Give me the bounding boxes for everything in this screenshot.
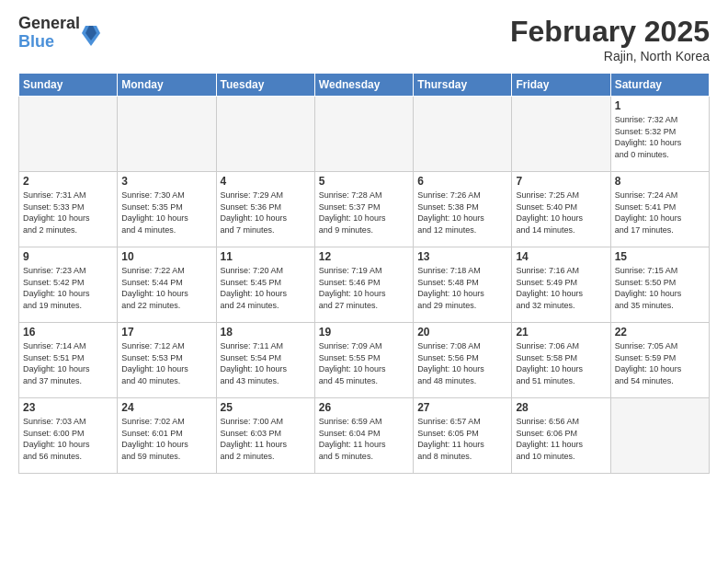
day-number: 21 [516,326,606,339]
day-info: Sunrise: 7:12 AM Sunset: 5:53 PM Dayligh… [121,340,211,386]
day-number: 18 [221,326,311,339]
day-info: Sunrise: 7:30 AM Sunset: 5:35 PM Dayligh… [121,190,211,236]
day-cell: 11Sunrise: 7:20 AM Sunset: 5:45 PM Dayli… [216,247,314,323]
day-cell [216,97,314,172]
month-title: February 2025 [510,15,710,49]
day-cell: 26Sunrise: 6:59 AM Sunset: 6:04 PM Dayli… [314,398,413,474]
day-info: Sunrise: 7:31 AM Sunset: 5:33 PM Dayligh… [23,190,113,236]
day-info: Sunrise: 7:19 AM Sunset: 5:46 PM Dayligh… [319,265,409,311]
day-cell: 1Sunrise: 7:32 AM Sunset: 5:32 PM Daylig… [610,97,709,172]
day-info: Sunrise: 7:11 AM Sunset: 5:54 PM Dayligh… [221,340,311,386]
day-cell: 25Sunrise: 7:00 AM Sunset: 6:03 PM Dayli… [216,398,314,474]
day-cell: 8Sunrise: 7:24 AM Sunset: 5:41 PM Daylig… [610,172,709,247]
header: General Blue February 2025 Rajin, North … [18,15,710,63]
day-number: 12 [319,250,409,263]
day-info: Sunrise: 7:05 AM Sunset: 5:59 PM Dayligh… [615,340,705,386]
day-info: Sunrise: 6:57 AM Sunset: 6:05 PM Dayligh… [417,416,507,462]
day-cell: 16Sunrise: 7:14 AM Sunset: 5:51 PM Dayli… [19,323,118,398]
day-cell: 28Sunrise: 6:56 AM Sunset: 6:06 PM Dayli… [512,398,610,474]
day-info: Sunrise: 7:15 AM Sunset: 5:50 PM Dayligh… [615,265,705,311]
day-info: Sunrise: 7:22 AM Sunset: 5:44 PM Dayligh… [121,265,211,311]
day-info: Sunrise: 7:08 AM Sunset: 5:56 PM Dayligh… [417,340,507,386]
week-row-0: 1Sunrise: 7:32 AM Sunset: 5:32 PM Daylig… [19,97,710,172]
day-number: 7 [516,175,606,188]
header-saturday: Saturday [610,74,709,97]
day-cell [314,97,413,172]
day-info: Sunrise: 7:23 AM Sunset: 5:42 PM Dayligh… [23,265,113,311]
day-info: Sunrise: 7:00 AM Sunset: 6:03 PM Dayligh… [221,416,311,462]
day-cell: 3Sunrise: 7:30 AM Sunset: 5:35 PM Daylig… [118,172,216,247]
calendar: Sunday Monday Tuesday Wednesday Thursday… [18,73,710,474]
week-row-4: 23Sunrise: 7:03 AM Sunset: 6:00 PM Dayli… [19,398,710,474]
day-info: Sunrise: 7:16 AM Sunset: 5:49 PM Dayligh… [516,265,606,311]
day-cell: 6Sunrise: 7:26 AM Sunset: 5:38 PM Daylig… [414,172,512,247]
day-number: 9 [23,250,113,263]
day-cell [414,97,512,172]
day-number: 27 [417,401,507,414]
day-cell: 17Sunrise: 7:12 AM Sunset: 5:53 PM Dayli… [118,323,216,398]
day-info: Sunrise: 7:26 AM Sunset: 5:38 PM Dayligh… [417,190,507,236]
day-info: Sunrise: 7:02 AM Sunset: 6:01 PM Dayligh… [121,416,211,462]
header-thursday: Thursday [414,74,512,97]
day-cell: 18Sunrise: 7:11 AM Sunset: 5:54 PM Dayli… [216,323,314,398]
day-number: 25 [221,401,311,414]
day-info: Sunrise: 7:24 AM Sunset: 5:41 PM Dayligh… [615,190,705,236]
day-cell: 2Sunrise: 7:31 AM Sunset: 5:33 PM Daylig… [19,172,118,247]
day-number: 11 [221,250,311,263]
day-cell [19,97,118,172]
day-cell: 15Sunrise: 7:15 AM Sunset: 5:50 PM Dayli… [610,247,709,323]
weekday-header-row: Sunday Monday Tuesday Wednesday Thursday… [19,74,710,97]
day-cell: 5Sunrise: 7:28 AM Sunset: 5:37 PM Daylig… [314,172,413,247]
day-cell: 19Sunrise: 7:09 AM Sunset: 5:55 PM Dayli… [314,323,413,398]
day-cell: 22Sunrise: 7:05 AM Sunset: 5:59 PM Dayli… [610,323,709,398]
day-info: Sunrise: 7:14 AM Sunset: 5:51 PM Dayligh… [23,340,113,386]
day-number: 15 [615,250,705,263]
day-info: Sunrise: 7:29 AM Sunset: 5:36 PM Dayligh… [221,190,311,236]
day-number: 13 [417,250,507,263]
logo: General Blue [18,15,100,52]
day-number: 4 [221,175,311,188]
day-cell: 4Sunrise: 7:29 AM Sunset: 5:36 PM Daylig… [216,172,314,247]
day-number: 6 [417,175,507,188]
title-block: February 2025 Rajin, North Korea [510,15,710,63]
week-row-1: 2Sunrise: 7:31 AM Sunset: 5:33 PM Daylig… [19,172,710,247]
day-number: 2 [23,175,113,188]
header-tuesday: Tuesday [216,74,314,97]
day-number: 23 [23,401,113,414]
day-cell [512,97,610,172]
header-sunday: Sunday [19,74,118,97]
day-cell: 12Sunrise: 7:19 AM Sunset: 5:46 PM Dayli… [314,247,413,323]
day-info: Sunrise: 7:03 AM Sunset: 6:00 PM Dayligh… [23,416,113,462]
day-info: Sunrise: 6:59 AM Sunset: 6:04 PM Dayligh… [319,416,409,462]
day-info: Sunrise: 7:06 AM Sunset: 5:58 PM Dayligh… [516,340,606,386]
day-cell: 20Sunrise: 7:08 AM Sunset: 5:56 PM Dayli… [414,323,512,398]
day-number: 26 [319,401,409,414]
day-cell [118,97,216,172]
day-info: Sunrise: 7:18 AM Sunset: 5:48 PM Dayligh… [417,265,507,311]
day-cell: 21Sunrise: 7:06 AM Sunset: 5:58 PM Dayli… [512,323,610,398]
day-number: 16 [23,326,113,339]
header-monday: Monday [118,74,216,97]
day-info: Sunrise: 7:32 AM Sunset: 5:32 PM Dayligh… [615,114,705,160]
day-number: 3 [121,175,211,188]
day-cell: 23Sunrise: 7:03 AM Sunset: 6:00 PM Dayli… [19,398,118,474]
page: General Blue February 2025 Rajin, North … [0,0,728,563]
day-cell: 13Sunrise: 7:18 AM Sunset: 5:48 PM Dayli… [414,247,512,323]
day-number: 28 [516,401,606,414]
day-info: Sunrise: 7:09 AM Sunset: 5:55 PM Dayligh… [319,340,409,386]
day-number: 19 [319,326,409,339]
day-cell: 10Sunrise: 7:22 AM Sunset: 5:44 PM Dayli… [118,247,216,323]
day-cell [610,398,709,474]
day-cell: 27Sunrise: 6:57 AM Sunset: 6:05 PM Dayli… [414,398,512,474]
day-cell: 7Sunrise: 7:25 AM Sunset: 5:40 PM Daylig… [512,172,610,247]
logo-general: General [18,15,80,33]
week-row-3: 16Sunrise: 7:14 AM Sunset: 5:51 PM Dayli… [19,323,710,398]
day-number: 1 [615,99,705,112]
logo-blue: Blue [18,33,80,52]
day-cell: 9Sunrise: 7:23 AM Sunset: 5:42 PM Daylig… [19,247,118,323]
day-info: Sunrise: 6:56 AM Sunset: 6:06 PM Dayligh… [516,416,606,462]
day-info: Sunrise: 7:28 AM Sunset: 5:37 PM Dayligh… [319,190,409,236]
day-number: 20 [417,326,507,339]
logo-icon [82,20,100,46]
day-info: Sunrise: 7:20 AM Sunset: 5:45 PM Dayligh… [221,265,311,311]
